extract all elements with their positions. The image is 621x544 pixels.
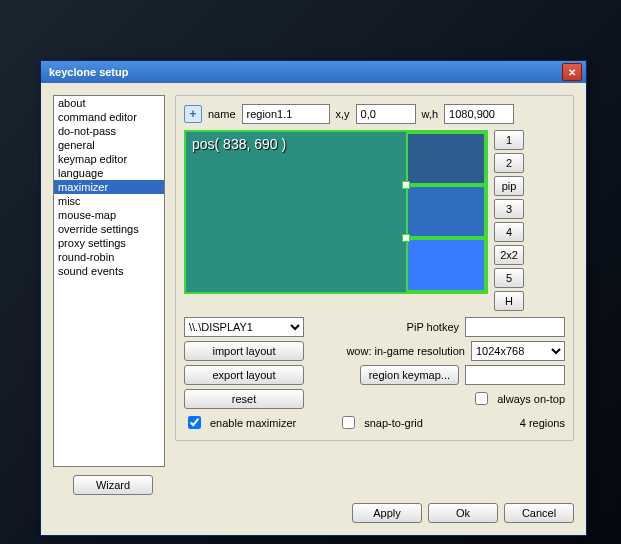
pip-hotkey-input[interactable] [465, 317, 565, 337]
enable-maximizer-label: enable maximizer [210, 417, 296, 429]
sidebar-item-round-robin[interactable]: round-robin [54, 250, 164, 264]
sidebar-item-override-settings[interactable]: override settings [54, 222, 164, 236]
display-select[interactable]: \\.\DISPLAY1 [184, 317, 304, 337]
sidebar-item-mouse-map[interactable]: mouse-map [54, 208, 164, 222]
preset-button-1[interactable]: 1 [494, 130, 524, 150]
close-button[interactable]: ✕ [562, 63, 582, 81]
ok-button[interactable]: Ok [428, 503, 498, 523]
position-readout: pos( 838, 690 ) [192, 136, 286, 152]
apply-button[interactable]: Apply [352, 503, 422, 523]
layout-canvas[interactable]: pos( 838, 690 ) [184, 130, 488, 294]
wh-input[interactable] [444, 104, 514, 124]
sidebar-item-maximizer[interactable]: maximizer [54, 180, 164, 194]
region-slot[interactable] [406, 132, 486, 185]
sidebar-item-sound-events[interactable]: sound events [54, 264, 164, 278]
titlebar[interactable]: keyclone setup ✕ [41, 61, 586, 83]
snap-to-grid-label: snap-to-grid [364, 417, 423, 429]
always-on-top-checkbox[interactable] [475, 392, 488, 405]
dialog-footer: Apply Ok Cancel [41, 495, 586, 535]
region-slot[interactable] [406, 185, 486, 238]
sidebar-item-keymap-editor[interactable]: keymap editor [54, 152, 164, 166]
always-on-top-label: always on-top [497, 393, 565, 405]
sidebar-item-command-editor[interactable]: command editor [54, 110, 164, 124]
preset-button-4[interactable]: 4 [494, 222, 524, 242]
region-name-input[interactable] [242, 104, 330, 124]
sidebar-item-proxy-settings[interactable]: proxy settings [54, 236, 164, 250]
wh-label: w,h [422, 108, 439, 120]
category-sidebar[interactable]: aboutcommand editordo-not-passgeneralkey… [53, 95, 165, 467]
window-title: keyclone setup [45, 66, 562, 78]
resolution-label: wow: in-game resolution [314, 345, 465, 357]
resolution-select[interactable]: 1024x768 [471, 341, 565, 361]
maximizer-panel: + name x,y w,h pos( 838, 690 ) [175, 95, 574, 441]
plus-icon: + [189, 107, 196, 121]
sidebar-item-general[interactable]: general [54, 138, 164, 152]
region-keymap-input[interactable] [465, 365, 565, 385]
xy-label: x,y [336, 108, 350, 120]
sidebar-item-language[interactable]: language [54, 166, 164, 180]
xy-input[interactable] [356, 104, 416, 124]
snap-to-grid-checkbox[interactable] [342, 416, 355, 429]
preset-button-2x2[interactable]: 2x2 [494, 245, 524, 265]
preset-button-5[interactable]: 5 [494, 268, 524, 288]
add-region-button[interactable]: + [184, 105, 202, 123]
sidebar-item-do-not-pass[interactable]: do-not-pass [54, 124, 164, 138]
preset-button-pip[interactable]: pip [494, 176, 524, 196]
sidebar-item-about[interactable]: about [54, 96, 164, 110]
preset-button-H[interactable]: H [494, 291, 524, 311]
preset-button-3[interactable]: 3 [494, 199, 524, 219]
regions-count: 4 regions [520, 417, 565, 429]
reset-button[interactable]: reset [184, 389, 304, 409]
region-keymap-button[interactable]: region keymap... [360, 365, 459, 385]
export-layout-button[interactable]: export layout [184, 365, 304, 385]
setup-window: keyclone setup ✕ aboutcommand editordo-n… [40, 60, 587, 536]
sidebar-item-misc[interactable]: misc [54, 194, 164, 208]
enable-maximizer-checkbox[interactable] [188, 416, 201, 429]
region-slot[interactable] [406, 238, 486, 292]
cancel-button[interactable]: Cancel [504, 503, 574, 523]
resize-handle[interactable] [402, 181, 410, 189]
name-label: name [208, 108, 236, 120]
pip-hotkey-label: PiP hotkey [314, 321, 459, 333]
import-layout-button[interactable]: import layout [184, 341, 304, 361]
close-icon: ✕ [568, 67, 576, 78]
preset-button-2[interactable]: 2 [494, 153, 524, 173]
layout-preset-buttons: 12pip342x25H [494, 130, 524, 311]
resize-handle[interactable] [402, 234, 410, 242]
wizard-button[interactable]: Wizard [73, 475, 153, 495]
